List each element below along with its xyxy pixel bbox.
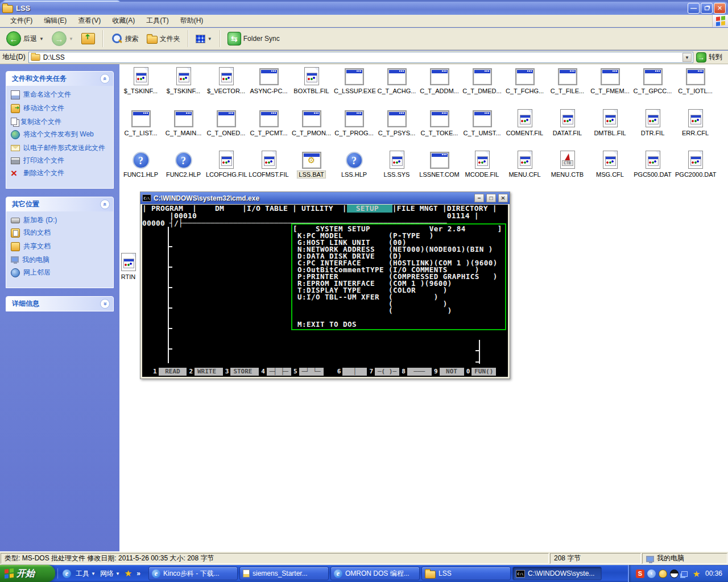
file-item[interactable]: LCOFMST.FIL [247, 151, 290, 179]
cmd-close-button[interactable]: ✕ [498, 194, 508, 202]
chevron-up-icon[interactable]: « [100, 199, 110, 209]
folder-sync-button[interactable]: ⇆ Folder Sync [225, 31, 283, 47]
menu-item[interactable]: 文件(F) [5, 14, 38, 27]
file-item[interactable]: LSS.HLP [333, 151, 375, 179]
address-input[interactable]: D:\LSS ▼ [28, 52, 693, 63]
function-key-9[interactable]: 9 NOT [432, 368, 464, 376]
file-item[interactable]: C_T_ADDM... [418, 67, 461, 95]
file-item[interactable]: C_T_LIST... [119, 109, 162, 138]
file-item[interactable]: C_T_IOTL... [674, 67, 717, 95]
menu-item[interactable]: 工具(T) [140, 14, 174, 27]
file-item[interactable]: C_T_ONED... [205, 109, 247, 138]
sidebar-panel-header[interactable]: 详细信息« [6, 297, 113, 311]
file-item[interactable]: C_T_FMEM... [589, 67, 631, 95]
quick-launch-item[interactable]: 工具▼ [76, 569, 96, 579]
close-button[interactable]: ✕ [714, 3, 726, 14]
address-dropdown-icon[interactable]: ▼ [682, 53, 692, 62]
file-item[interactable]: MENU.CTB [546, 151, 589, 179]
forward-button[interactable]: → ▼ [49, 30, 76, 47]
network-tray-icon[interactable] [681, 571, 688, 577]
file-item[interactable]: BOXTBL.FIL [290, 67, 333, 95]
quick-launch-item[interactable]: » [136, 569, 140, 577]
file-item[interactable]: MSG.CFL [589, 151, 631, 179]
sidebar-panel-header[interactable]: 其它位置« [6, 197, 113, 211]
file-item[interactable]: DTR.FIL [631, 109, 674, 138]
start-button[interactable]: 开始 [0, 565, 55, 582]
file-item[interactable]: ERR.CFL [674, 109, 717, 138]
file-item[interactable]: LSS.SYS [375, 151, 418, 179]
file-item[interactable]: C_T_UMST... [461, 109, 503, 138]
function-key-2[interactable]: 2WRITE [187, 368, 222, 376]
qq1-tray-icon[interactable] [659, 569, 667, 578]
sidebar-item[interactable]: 移动这个文件 [11, 104, 110, 113]
quick-launch-item[interactable]: ★ [125, 568, 132, 579]
function-key-0[interactable]: 0FUN() [465, 368, 497, 376]
sidebar-item[interactable]: 新加卷 (D:) [11, 216, 110, 224]
file-item[interactable]: FUNC2.HLP [162, 151, 205, 179]
function-key-1[interactable]: 1 READ [151, 368, 187, 376]
file-item[interactable]: MCODE.FIL [461, 151, 503, 179]
sidebar-item[interactable]: 删除这个文件 [11, 169, 110, 178]
back-dropdown-icon[interactable]: ▼ [39, 36, 44, 41]
go-button[interactable]: → 转到 [696, 52, 726, 63]
minimize-button[interactable]: — [688, 3, 700, 14]
file-item[interactable]: ASYNC-PC... [247, 67, 290, 95]
menu-item[interactable]: 编辑(E) [38, 14, 72, 27]
file-item[interactable]: MENU.CFL [503, 151, 546, 179]
views-dropdown-icon[interactable]: ▼ [208, 36, 212, 41]
up-button[interactable] [78, 32, 98, 45]
taskbar-button[interactable]: eKinco步科 - 下载... [148, 567, 238, 580]
file-item[interactable]: C_T_PSYS... [375, 109, 418, 138]
file-item[interactable]: FUNC1.HLP [119, 151, 162, 179]
function-key-4[interactable]: 4─┤ ├─ [259, 368, 291, 376]
file-item[interactable]: LSSNET.COM [418, 151, 461, 179]
console[interactable]: | PROGRAM | DM |I/O TABLE | UTILITY | SE… [142, 205, 508, 377]
file-item[interactable]: C_T_TOKE... [418, 109, 461, 138]
file-item[interactable]: C_T_PROG... [333, 109, 375, 138]
sidebar-item[interactable]: 将这个文件发布到 Web [11, 130, 110, 139]
back-button[interactable]: ← 后退 ▼ [3, 30, 47, 47]
sidebar-item[interactable]: 网上邻居 [11, 268, 110, 277]
file-item[interactable]: $_TSKINF... [162, 67, 205, 95]
sidebar-item[interactable]: 重命名这个文件 [11, 90, 110, 99]
sidebar-item[interactable]: 复制这个文件 [11, 118, 110, 126]
file-item[interactable]: C_T_GPCC... [631, 67, 674, 95]
file-item[interactable]: C_T_PCMT... [247, 109, 290, 138]
sidebar-item[interactable]: 以电子邮件形式发送此文件 [11, 144, 110, 152]
function-key-8[interactable]: 8 ─── [400, 368, 432, 376]
restore-button[interactable] [701, 3, 713, 14]
sidebar-item[interactable]: 我的电脑 [11, 256, 110, 264]
taskbar-button[interactable]: C:\C:\WINDOWS\syste... [512, 567, 602, 580]
file-item[interactable]: C_T_DMED... [461, 67, 503, 95]
file-item[interactable]: C_T_PMON... [290, 109, 333, 138]
folders-button[interactable]: 文件夹 [144, 33, 183, 45]
file-item[interactable]: C_LSSUP.EXE [333, 67, 375, 95]
taskbar-button[interactable]: LSS [421, 567, 511, 580]
file-item[interactable]: C_T_FCHG... [503, 67, 546, 95]
chevron-down-icon[interactable]: « [100, 299, 110, 309]
menu-item[interactable]: 帮助(H) [175, 14, 209, 27]
cmd-minimize-button[interactable]: – [474, 194, 484, 202]
function-key-5[interactable]: 5─┘ └─ [292, 368, 324, 376]
sidebar-item[interactable]: 打印这个文件 [11, 156, 110, 164]
forward-dropdown-icon[interactable]: ▼ [69, 36, 73, 41]
sidebar-item[interactable]: 共享文档 [11, 242, 110, 251]
file-item[interactable]: LSS.BAT [290, 151, 333, 179]
file-item[interactable]: $_TSKINF... [119, 67, 162, 95]
cmd-titlebar[interactable]: C:\ C:\WINDOWS\system32\cmd.exe – □ ✕ [140, 192, 510, 204]
sidebar-item[interactable]: 我的文档 [11, 228, 110, 238]
function-key-3[interactable]: 3STORE [224, 368, 259, 376]
chevron-tray-icon[interactable]: ‹ [647, 569, 656, 578]
menu-item[interactable]: 收藏(A) [106, 14, 140, 27]
chevron-up-icon[interactable]: « [100, 74, 110, 84]
file-item[interactable]: C_T_FILE... [546, 67, 589, 95]
function-key-7[interactable]: 7─( )─ [367, 368, 399, 376]
sidebar-panel-header[interactable]: 文件和文件夹任务« [6, 72, 113, 86]
quick-launch-item[interactable]: 网络▼ [100, 569, 120, 579]
file-item[interactable]: C_T_ACHG... [375, 67, 418, 95]
file-item[interactable]: DMTBL.FIL [589, 109, 631, 138]
file-item[interactable]: DATAT.FIL [546, 109, 589, 138]
file-item[interactable]: PGC2000.DAT [674, 151, 717, 179]
file-item[interactable]: COMENT.FIL [503, 109, 546, 138]
star-tray-icon[interactable]: ★ [692, 569, 701, 578]
